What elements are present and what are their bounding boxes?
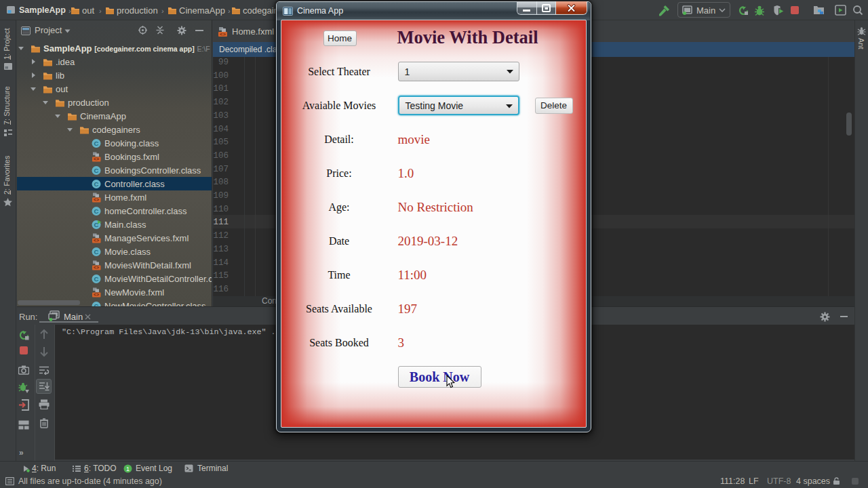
svg-text:<>: <> <box>94 292 99 297</box>
svg-text:C: C <box>94 140 99 147</box>
svg-text:<>: <> <box>220 31 226 37</box>
svg-text:<>: <> <box>94 157 99 161</box>
svg-text:<>: <> <box>94 197 99 202</box>
svg-text:C: C <box>94 248 99 256</box>
svg-text:C: C <box>94 207 99 215</box>
svg-text:C: C <box>94 180 99 188</box>
svg-text:1: 1 <box>126 466 130 472</box>
svg-text:C: C <box>94 275 99 283</box>
svg-text:C: C <box>94 167 99 174</box>
svg-text:<>: <> <box>94 238 99 243</box>
svg-text:<>: <> <box>94 265 99 270</box>
